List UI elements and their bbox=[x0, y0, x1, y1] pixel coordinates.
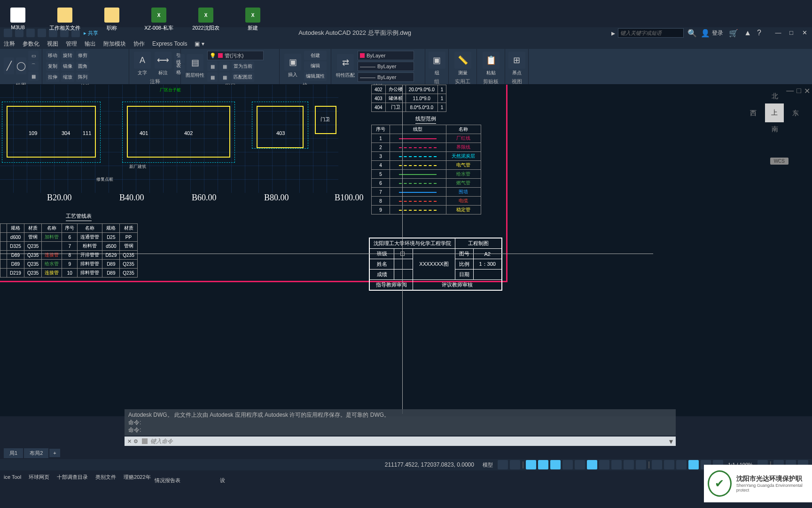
taskbar-item[interactable]: 情况报告表 bbox=[155, 477, 180, 484]
annomon-toggle[interactable] bbox=[664, 460, 674, 469]
move-button[interactable]: 移动 bbox=[46, 51, 59, 60]
stretch-button[interactable]: 拉伸 bbox=[46, 72, 59, 82]
cmd-customize-icon[interactable]: ⚙ bbox=[133, 438, 138, 444]
rotate-button[interactable]: 旋转 bbox=[61, 51, 74, 60]
tab-layout2[interactable]: 布局2 bbox=[24, 448, 48, 458]
lineweight-dropdown[interactable]: ———ByLayer bbox=[358, 62, 414, 71]
close-button[interactable]: ✕ bbox=[801, 29, 808, 37]
desktop-icon-xz008[interactable]: XXZ-008-私车 bbox=[145, 8, 173, 32]
snap-toggle[interactable] bbox=[510, 460, 520, 469]
tab-add[interactable]: + bbox=[49, 449, 60, 457]
rect-tool-icon[interactable]: ▭ bbox=[28, 51, 39, 60]
hatch-tool-icon[interactable]: ▦ bbox=[28, 71, 39, 81]
color-dropdown[interactable]: ByLayer bbox=[358, 51, 414, 60]
user-icon[interactable]: 👤 bbox=[701, 29, 710, 38]
otrack-toggle[interactable] bbox=[562, 460, 573, 469]
tpy-toggle[interactable] bbox=[611, 460, 622, 469]
menu-express[interactable]: Express Tools bbox=[152, 40, 187, 47]
base-button[interactable]: ⊞基点 bbox=[509, 51, 524, 77]
desktop-icon-m3u8[interactable]: M3U8 bbox=[4, 8, 32, 32]
annoauto-toggle[interactable] bbox=[676, 460, 687, 469]
osnap-toggle[interactable] bbox=[550, 460, 561, 469]
group-button[interactable]: ▣组 bbox=[429, 51, 445, 77]
drawing-canvas[interactable]: 109 304 111 401 402 403 门卫 厂区台子桩 新厂建筑 修复… bbox=[0, 85, 812, 416]
block-create[interactable]: 创建 bbox=[304, 51, 327, 60]
menu-collab[interactable]: 协作 bbox=[133, 40, 145, 48]
linetype-dropdown[interactable]: ———ByLayer bbox=[358, 72, 414, 82]
viewcube-west[interactable]: 西 bbox=[750, 109, 757, 118]
workspace-toggle[interactable] bbox=[652, 460, 662, 469]
fillet-button[interactable]: 圆角 bbox=[76, 62, 89, 71]
block-edit[interactable]: 编辑 bbox=[304, 61, 327, 71]
menu-featured[interactable]: ▣ ▾ bbox=[195, 40, 204, 47]
viewcube[interactable]: 北 南 西 东 上 bbox=[756, 94, 793, 132]
layer-tool-1[interactable]: ▦ bbox=[207, 62, 218, 71]
menu-parametric[interactable]: 参数化 bbox=[23, 40, 39, 48]
layer-props-button[interactable]: ▤图层特性 bbox=[185, 53, 205, 79]
polar-toggle[interactable] bbox=[538, 460, 548, 469]
taskbar-item[interactable]: 设 bbox=[220, 477, 225, 484]
login-button[interactable]: 登录 bbox=[712, 29, 723, 37]
layer-tool-4[interactable]: ▦ bbox=[219, 72, 230, 82]
grid-toggle[interactable] bbox=[498, 460, 508, 469]
status-model[interactable]: 模型 bbox=[480, 461, 496, 468]
taskbar-item[interactable]: ice Tool bbox=[4, 474, 21, 480]
circle-tool-icon[interactable]: ◯ bbox=[16, 57, 26, 74]
menu-annotate[interactable]: 注释 bbox=[4, 40, 15, 48]
search-input[interactable] bbox=[618, 28, 684, 38]
tab-layout1[interactable]: 局1 bbox=[4, 448, 23, 458]
minimize-button[interactable]: — bbox=[774, 29, 782, 37]
cart-icon[interactable]: 🛒 bbox=[729, 29, 738, 38]
viewcube-south[interactable]: 南 bbox=[772, 125, 778, 134]
viewport-minimize-icon[interactable]: — bbox=[786, 87, 794, 95]
ducs-toggle[interactable] bbox=[575, 460, 585, 469]
dim-tool[interactable]: ⟷标注 bbox=[154, 51, 172, 77]
menu-output[interactable]: 输出 bbox=[85, 40, 96, 48]
taskbar-item[interactable]: 理赂2022年 bbox=[124, 474, 150, 481]
desktop-icon-2022[interactable]: X2022沈阳农 bbox=[192, 8, 220, 32]
text-tool[interactable]: A文字 bbox=[133, 51, 152, 77]
menu-addins[interactable]: 附加模块 bbox=[103, 40, 126, 48]
layer-tool-2[interactable]: ▦ bbox=[219, 62, 230, 71]
line-tool-icon[interactable]: ╱ bbox=[4, 57, 14, 74]
units-toggle[interactable] bbox=[688, 460, 699, 469]
sc-toggle[interactable] bbox=[636, 460, 646, 469]
insert-block-button[interactable]: ▣插入 bbox=[283, 53, 302, 79]
match-props-button[interactable]: ⇄特性匹配 bbox=[335, 53, 356, 79]
taskbar-item[interactable]: 环球网页 bbox=[29, 474, 49, 481]
array-button[interactable]: 阵列 bbox=[76, 72, 89, 82]
app-switch-icon[interactable]: ▲ bbox=[744, 29, 751, 37]
viewport-maximize-icon[interactable]: □ bbox=[796, 87, 801, 95]
viewcube-east[interactable]: 东 bbox=[792, 109, 799, 118]
taskbar-item[interactable]: 十部调查目录 bbox=[57, 474, 88, 481]
search-expand-icon[interactable]: ▸ bbox=[611, 29, 615, 38]
help-icon[interactable]: ? bbox=[757, 29, 761, 37]
qp-toggle[interactable] bbox=[624, 460, 634, 469]
paste-button[interactable]: 📋粘贴 bbox=[481, 51, 501, 77]
layer-dropdown[interactable]: 💡管(污水) bbox=[207, 51, 264, 60]
desktop-icon-workfiles[interactable]: 工作相关文件 bbox=[51, 8, 79, 32]
mirror-button[interactable]: 镜像 bbox=[61, 62, 74, 71]
wcs-badge[interactable]: WCS bbox=[770, 158, 789, 165]
layer-match[interactable]: 匹配图层 bbox=[232, 72, 254, 82]
ortho-toggle[interactable] bbox=[526, 460, 536, 469]
lwt-toggle[interactable] bbox=[599, 460, 609, 469]
scale-button[interactable]: 缩放 bbox=[61, 72, 74, 82]
menu-manage[interactable]: 管理 bbox=[66, 40, 77, 48]
trim-button[interactable]: 修剪 bbox=[76, 51, 89, 60]
taskbar-item[interactable]: 类别文件 bbox=[95, 474, 116, 481]
layer-setcurrent[interactable]: 置为当前 bbox=[232, 62, 254, 71]
command-input[interactable] bbox=[150, 438, 669, 444]
viewcube-north[interactable]: 北 bbox=[772, 92, 778, 101]
measure-button[interactable]: 📏测量 bbox=[453, 51, 473, 77]
copy-button[interactable]: 复制 bbox=[46, 62, 59, 71]
cmd-close-icon[interactable]: ✕ bbox=[127, 438, 132, 444]
desktop-icon-title[interactable]: 职称 bbox=[98, 8, 126, 32]
dyn-toggle[interactable] bbox=[587, 460, 597, 469]
arc-tool-icon[interactable]: ⌒ bbox=[28, 61, 39, 71]
search-icon[interactable]: 🔍 bbox=[687, 29, 697, 38]
viewport-close-icon[interactable]: ✕ bbox=[804, 87, 810, 95]
cmd-dropdown-icon[interactable]: ▾ bbox=[669, 437, 673, 446]
desktop-icon-new[interactable]: X新建 bbox=[239, 8, 267, 32]
block-attr[interactable]: 编辑属性 bbox=[304, 71, 327, 81]
